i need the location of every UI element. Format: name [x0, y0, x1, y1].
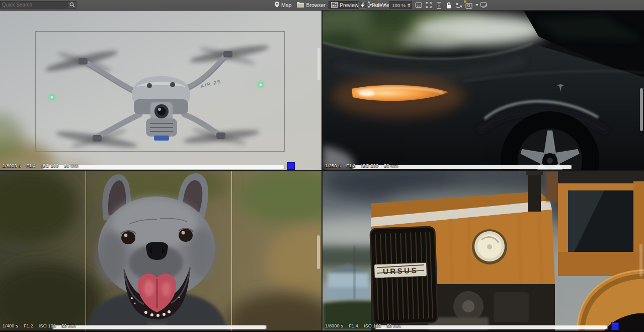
horizontal-scrollbar[interactable]	[375, 325, 608, 329]
color-label-blue[interactable]	[288, 163, 294, 169]
preview-pane-drone[interactable]: AIR 2S 1/8000 s F1.4 ISO 100 50 mm	[0, 11, 321, 170]
toolbar-separator	[355, 2, 356, 9]
photo-tractor: URSUS	[323, 171, 644, 330]
filmstrip-icon	[437, 2, 441, 9]
magnifier-panel-button[interactable]	[464, 1, 473, 9]
exif-aperture: F1.4	[349, 323, 358, 328]
quick-search-box[interactable]	[0, 1, 76, 9]
exif-iso: ISO 100	[41, 163, 58, 168]
fit-to-window-button[interactable]	[424, 1, 433, 9]
exif-shutter: 1/8000 s	[3, 163, 21, 168]
folder-icon	[297, 2, 304, 9]
photo-car	[323, 11, 644, 170]
exif-focal-length: 50 mm	[384, 163, 398, 168]
zoom-level-value: 100 %	[392, 3, 406, 8]
map-pin-icon	[275, 2, 279, 9]
horizontal-scrollbar-thumb[interactable]	[53, 325, 266, 329]
preview-grid: AIR 2S 1/8000 s F1.4 ISO 100 50 mm	[0, 11, 644, 330]
exif-overlay: 1/250 s F1.2 ISO 200 50 mm	[325, 163, 398, 168]
exif-iso: ISO 200	[361, 163, 378, 168]
flash-icon	[361, 3, 365, 8]
horizontal-scrollbar-thumb[interactable]	[43, 165, 284, 169]
magnifier-dropdown-caret[interactable]	[475, 4, 478, 6]
zoom-spin-arrows[interactable]	[408, 4, 411, 7]
crop-frame[interactable]	[35, 31, 285, 152]
crop-guide-left[interactable]	[86, 171, 86, 330]
preview-pane-car[interactable]: 1/250 s F1.2 ISO 200 50 mm	[323, 11, 644, 170]
lock-icon	[446, 2, 451, 9]
display-controls-group: HDR 100 % 1:1	[354, 0, 489, 10]
map-button[interactable]: Map	[272, 1, 294, 9]
sync-pan-icon	[455, 3, 462, 8]
exif-aperture: F1.2	[346, 163, 356, 168]
actual-size-icon: 1:1	[415, 2, 422, 8]
exif-focal-length: 50 mm	[64, 163, 78, 168]
vertical-scrollbar[interactable]	[317, 235, 320, 269]
actual-size-button[interactable]: 1:1	[414, 1, 423, 9]
exif-shutter: 1/8000 s	[325, 323, 343, 328]
preview-pane-tractor[interactable]: URSUS 1/8000 s F1.4	[323, 171, 644, 330]
exif-focal-length: 50 mm	[386, 323, 401, 328]
exif-overlay: 1/8000 s F1.4 ISO 100 50 mm	[3, 163, 78, 168]
exif-overlay: 1/400 s F1.2 ISO 100 50 mm	[3, 323, 76, 328]
fit-to-window-icon	[426, 2, 432, 8]
exif-aperture: F1.2	[24, 323, 33, 328]
magnifier-badge	[464, 1, 466, 3]
color-label-blue[interactable]	[612, 323, 618, 329]
svg-text:1:1: 1:1	[417, 4, 421, 7]
search-icon[interactable]	[68, 2, 76, 8]
main-toolbar: Map Browser Preview Full View HDR	[0, 0, 644, 11]
horizontal-scrollbar-thumb[interactable]	[376, 325, 607, 329]
external-display-button[interactable]	[479, 1, 489, 9]
exif-shutter: 1/400 s	[3, 323, 18, 328]
exif-focal-length: 50 mm	[61, 323, 76, 328]
browser-label: Browser	[306, 2, 326, 8]
zoom-level-spinner[interactable]: 100 %	[389, 1, 412, 9]
exif-aperture: F1.4	[26, 163, 36, 168]
hdr-dropdown[interactable]: HDR	[373, 1, 387, 9]
hdr-label: HDR	[374, 3, 382, 8]
hdr-caret	[383, 4, 386, 6]
crop-guide-right[interactable]	[231, 171, 232, 330]
lock-zoom-button[interactable]	[444, 1, 453, 9]
vertical-scrollbar[interactable]	[640, 88, 643, 131]
image-icon	[331, 2, 338, 9]
ursus-badge: URSUS	[374, 262, 427, 278]
magnifier-panel-icon	[465, 2, 472, 9]
search-input[interactable]	[1, 2, 68, 8]
horizontal-scrollbar[interactable]	[42, 165, 285, 169]
sync-pan-button[interactable]	[454, 1, 463, 9]
map-label: Map	[281, 2, 291, 8]
preview-pane-dog[interactable]: 1/400 s F1.2 ISO 100 50 mm	[0, 171, 321, 330]
vertical-scrollbar[interactable]	[317, 48, 320, 80]
external-display-icon	[480, 2, 488, 8]
filmstrip-toggle-button[interactable]	[434, 1, 443, 9]
vertical-scrollbar[interactable]	[639, 244, 642, 277]
horizontal-scrollbar[interactable]	[52, 325, 267, 329]
photo-dog	[0, 171, 321, 330]
exif-iso: ISO 160	[364, 323, 381, 328]
browser-button[interactable]: Browser	[294, 1, 328, 9]
flash-exposure-button[interactable]	[358, 2, 367, 9]
exif-shutter: 1/250 s	[325, 163, 341, 168]
flash-dropdown-caret[interactable]	[369, 4, 372, 6]
exif-iso: ISO 100	[39, 323, 56, 328]
exif-overlay: 1/8000 s F1.4 ISO 160 50 mm	[325, 323, 401, 328]
